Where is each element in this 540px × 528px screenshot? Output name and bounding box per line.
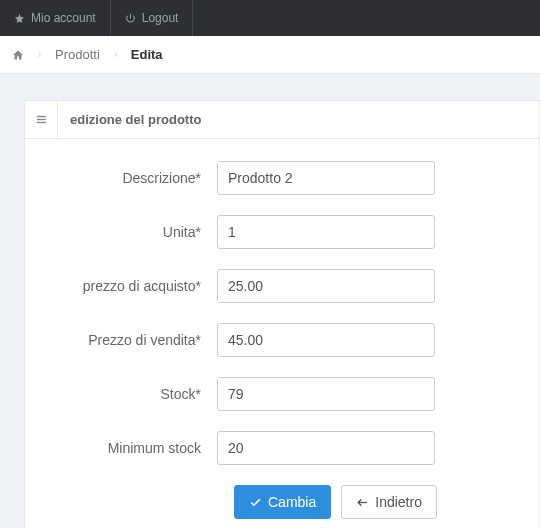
unita-input[interactable] xyxy=(217,215,435,249)
chevron-right-icon xyxy=(36,49,43,60)
form-label: Stock* xyxy=(49,386,217,402)
form-row-stock: Stock* xyxy=(49,377,515,411)
svg-rect-1 xyxy=(36,119,45,120)
panel-menu-button[interactable] xyxy=(25,101,58,138)
prezzo-vendita-input[interactable] xyxy=(217,323,435,357)
minimum-stock-input[interactable] xyxy=(217,431,435,465)
arrow-left-icon xyxy=(356,496,369,509)
form-row-prezzo-acquisto: prezzo di acquisto* xyxy=(49,269,515,303)
form-label: Prezzo di vendita* xyxy=(49,332,217,348)
prezzo-acquisto-input[interactable] xyxy=(217,269,435,303)
home-icon xyxy=(12,49,24,61)
topbar-logout-link[interactable]: Logout xyxy=(111,0,194,36)
topbar-account-label: Mio account xyxy=(31,11,96,25)
topbar-logout-label: Logout xyxy=(142,11,179,25)
panel-header: edizione del prodotto xyxy=(25,101,539,139)
topbar-account-link[interactable]: Mio account xyxy=(0,0,111,36)
breadcrumb-item-prodotti[interactable]: Prodotti xyxy=(55,47,100,62)
form-actions: Cambia Indietro xyxy=(49,485,515,519)
form-label: Descrizione* xyxy=(49,170,217,186)
power-icon xyxy=(125,13,136,24)
chevron-right-icon xyxy=(112,49,119,60)
form-label: prezzo di acquisto* xyxy=(49,278,217,294)
submit-button[interactable]: Cambia xyxy=(234,485,331,519)
panel-title: edizione del prodotto xyxy=(58,101,539,138)
panel-product-edit: edizione del prodotto Descrizione* Unita… xyxy=(24,100,540,528)
form-label: Unita* xyxy=(49,224,217,240)
stock-input[interactable] xyxy=(217,377,435,411)
menu-icon xyxy=(35,114,48,125)
star-icon xyxy=(14,13,25,24)
topbar: Mio account Logout xyxy=(0,0,540,36)
form-row-prezzo-vendita: Prezzo di vendita* xyxy=(49,323,515,357)
descrizione-input[interactable] xyxy=(217,161,435,195)
page: edizione del prodotto Descrizione* Unita… xyxy=(0,74,540,528)
form-row-descrizione: Descrizione* xyxy=(49,161,515,195)
panel-body: Descrizione* Unita* prezzo di acquisto* … xyxy=(25,139,539,528)
breadcrumb-item-edita: Edita xyxy=(131,47,163,62)
back-button-label: Indietro xyxy=(375,494,422,510)
form-label: Minimum stock xyxy=(49,440,217,456)
form-row-minimum-stock: Minimum stock xyxy=(49,431,515,465)
svg-rect-0 xyxy=(36,116,45,117)
form-row-unita: Unita* xyxy=(49,215,515,249)
back-button[interactable]: Indietro xyxy=(341,485,437,519)
breadcrumb: Prodotti Edita xyxy=(0,36,540,74)
topbar-spacer xyxy=(193,0,540,36)
submit-button-label: Cambia xyxy=(268,494,316,510)
check-icon xyxy=(249,496,262,509)
svg-rect-2 xyxy=(36,122,45,123)
breadcrumb-home[interactable] xyxy=(12,49,24,61)
